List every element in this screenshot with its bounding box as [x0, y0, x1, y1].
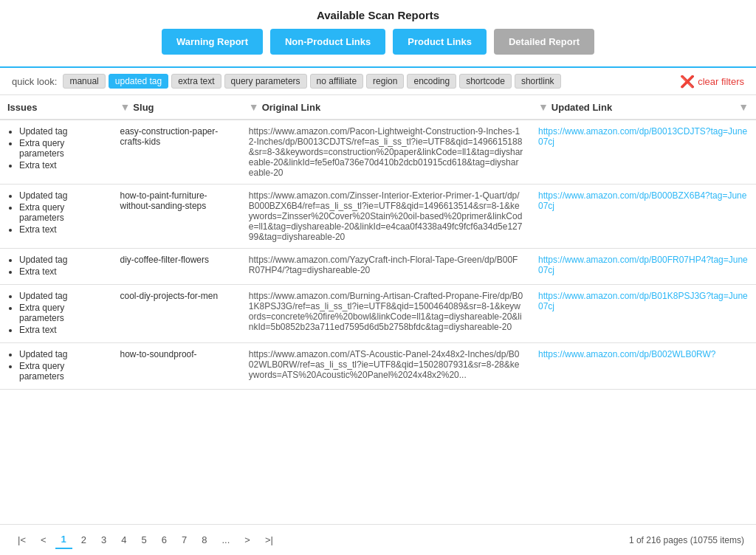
slug-cell: diy-coffee-filter-flowers	[113, 249, 241, 285]
filter-tag-manual[interactable]: manual	[63, 74, 105, 89]
original-link-cell: https://www.amazon.com/YazyCraft-inch-Fl…	[241, 249, 531, 285]
updated-link-cell[interactable]: https://www.amazon.com/dp/B0013CDJTS?tag…	[531, 120, 756, 185]
main-table: Issues ▼ Slug ▼ Original Link	[0, 95, 756, 390]
product-links-btn[interactable]: Product Links	[393, 29, 487, 55]
updated-link-cell[interactable]: https://www.amazon.com/dp/B002WLB0RW?	[531, 343, 756, 390]
issue-item: Updated tag	[19, 190, 106, 201]
slug-cell: how-to-soundproof-	[113, 343, 241, 390]
page-last-btn[interactable]: >|	[259, 531, 279, 548]
page-first-btn[interactable]: |<	[12, 531, 32, 548]
page-4-btn[interactable]: 4	[115, 531, 132, 548]
page-title: Available Scan Reports	[0, 9, 756, 21]
page-6-btn[interactable]: 6	[156, 531, 173, 548]
slug-cell: cool-diy-projects-for-men	[113, 285, 241, 343]
table-container: Issues ▼ Slug ▼ Original Link	[0, 95, 756, 524]
page-1-btn[interactable]: 1	[55, 531, 72, 549]
issues-cell: Updated tagExtra query parametersExtra t…	[0, 285, 113, 343]
detailed-report-btn[interactable]: Detailed Report	[494, 29, 594, 55]
issue-item: Extra text	[19, 160, 106, 170]
issue-item: Updated tag	[19, 291, 106, 301]
col-header-updated-link: ▼ Updated Link ▼	[531, 95, 756, 120]
clear-filters-btn[interactable]: ❌ clear filters	[680, 75, 744, 89]
issue-item: Extra query parameters	[19, 138, 106, 159]
updated-link-cell[interactable]: https://www.amazon.com/dp/B00FR07HP4?tag…	[531, 249, 756, 285]
col-header-slug: ▼ Slug	[113, 95, 241, 120]
quick-look-bar: quick look: manual updated tag extra tex…	[0, 68, 756, 95]
table-row: Updated tagExtra query parametershow-to-…	[0, 343, 756, 390]
page-prev-btn[interactable]: <	[35, 531, 52, 548]
filter-tag-extra-text[interactable]: extra text	[171, 74, 221, 89]
issue-item: Extra query parameters	[19, 202, 106, 223]
filter-tag-encoding[interactable]: encoding	[407, 74, 456, 89]
clear-filters-label: clear filters	[698, 76, 744, 87]
page-controls: |< < 1 2 3 4 5 6 7 8 ... > >|	[12, 531, 279, 549]
header-buttons: Warning Report Non-Product Links Product…	[0, 29, 756, 61]
filter-tag-query-parameters[interactable]: query parameters	[224, 74, 307, 89]
original-link-cell: https://www.amazon.com/Burning-Artisan-C…	[241, 285, 531, 343]
issue-item: Updated tag	[19, 126, 106, 137]
issues-cell: Updated tagExtra text	[0, 249, 113, 285]
quick-look-label: quick look:	[12, 76, 57, 87]
issue-item: Updated tag	[19, 349, 106, 359]
issues-cell: Updated tagExtra query parametersExtra t…	[0, 120, 113, 185]
issue-item: Extra query parameters	[19, 361, 106, 382]
filter-tag-shortlink[interactable]: shortlink	[515, 74, 561, 89]
non-product-links-btn[interactable]: Non-Product Links	[270, 29, 385, 55]
page-2-btn[interactable]: 2	[75, 531, 92, 548]
filter-tag-no-affiliate[interactable]: no affiliate	[310, 74, 364, 89]
updated-link-filter-icon[interactable]: ▼	[538, 101, 549, 113]
original-link-cell: https://www.amazon.com/ATS-Acoustic-Pane…	[241, 343, 531, 390]
col-header-original-link: ▼ Original Link	[241, 95, 531, 120]
issue-item: Extra text	[19, 325, 106, 335]
original-link-cell: https://www.amazon.com/Pacon-Lightweight…	[241, 120, 531, 185]
page-ellipsis: ...	[216, 531, 236, 548]
header: Available Scan Reports Warning Report No…	[0, 0, 756, 68]
table-row: Updated tagExtra textdiy-coffee-filter-f…	[0, 249, 756, 285]
table-row: Updated tagExtra query parametersExtra t…	[0, 185, 756, 249]
slug-filter-icon[interactable]: ▼	[120, 101, 131, 113]
issues-cell: Updated tagExtra query parameters	[0, 343, 113, 390]
table-row: Updated tagExtra query parametersExtra t…	[0, 120, 756, 185]
original-link-filter-icon[interactable]: ▼	[249, 101, 259, 113]
page-7-btn[interactable]: 7	[176, 531, 193, 548]
page-next-btn[interactable]: >	[238, 531, 256, 548]
col-header-issues: Issues	[0, 95, 113, 120]
original-link-cell: https://www.amazon.com/Zinsser-Interior-…	[241, 185, 531, 249]
issue-item: Extra text	[19, 266, 106, 277]
filter-tag-updated-tag[interactable]: updated tag	[109, 74, 168, 89]
page-info: 1 of 216 pages (10755 items)	[629, 535, 744, 545]
warning-report-btn[interactable]: Warning Report	[162, 29, 263, 55]
issue-item: Extra text	[19, 224, 106, 235]
updated-link-extra-filter-icon[interactable]: ▼	[738, 101, 749, 113]
page-3-btn[interactable]: 3	[95, 531, 112, 548]
filter-tag-region[interactable]: region	[366, 74, 404, 89]
page-8-btn[interactable]: 8	[196, 531, 213, 548]
table-row: Updated tagExtra query parametersExtra t…	[0, 285, 756, 343]
slug-cell: easy-construction-paper-crafts-kids	[113, 120, 241, 185]
page-5-btn[interactable]: 5	[136, 531, 153, 548]
pagination: |< < 1 2 3 4 5 6 7 8 ... > >| 1 of 216 p…	[0, 524, 756, 555]
updated-link-cell[interactable]: https://www.amazon.com/dp/B01K8PSJ3G?tag…	[531, 285, 756, 343]
table-header-row: Issues ▼ Slug ▼ Original Link	[0, 95, 756, 120]
filter-tag-shortcode[interactable]: shortcode	[459, 74, 512, 89]
clear-filters-icon: ❌	[680, 75, 695, 89]
issue-item: Updated tag	[19, 255, 106, 265]
updated-link-cell[interactable]: https://www.amazon.com/dp/B000BZX6B4?tag…	[531, 185, 756, 249]
issues-cell: Updated tagExtra query parametersExtra t…	[0, 185, 113, 249]
issue-item: Extra query parameters	[19, 303, 106, 323]
slug-cell: how-to-paint-furniture-without-sanding-s…	[113, 185, 241, 249]
